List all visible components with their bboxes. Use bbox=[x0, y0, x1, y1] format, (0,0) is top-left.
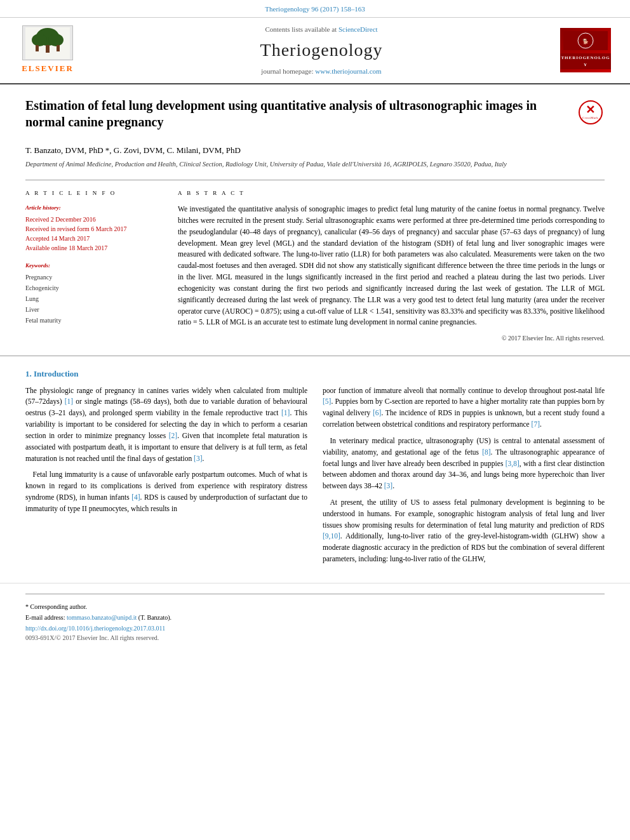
abstract-body: We investigated the quantitative analysi… bbox=[178, 204, 605, 328]
crossmark-label: CrossMark bbox=[582, 116, 598, 121]
body-para-2: Fetal lung immaturity is a cause of unfa… bbox=[25, 469, 307, 514]
revised-date: Received in revised form 6 March 2017 bbox=[25, 224, 165, 234]
footer-copyright: 0093-691X/© 2017 Elsevier Inc. All right… bbox=[25, 633, 605, 643]
body-right-col: poor function of immature alveoli that n… bbox=[323, 385, 605, 570]
online-date: Available online 18 March 2017 bbox=[25, 243, 165, 253]
ref-3-8[interactable]: [3,8] bbox=[506, 460, 519, 467]
body-para-3: poor function of immature alveoli that n… bbox=[323, 385, 605, 430]
ref-2[interactable]: [2] bbox=[169, 432, 177, 439]
author-email-link[interactable]: tommaso.banzato@unipd.it bbox=[67, 614, 137, 621]
contents-line: Contents lists available at ScienceDirec… bbox=[89, 24, 554, 35]
authors-text: T. Banzato, DVM, PhD *, G. Zovi, DVM, C.… bbox=[25, 145, 241, 155]
svg-text:🐕: 🐕 bbox=[582, 38, 589, 44]
homepage-link[interactable]: www.theriojournal.com bbox=[315, 67, 381, 75]
keyword-lung: Lung bbox=[25, 293, 165, 304]
journal-citation-bar: Theriogenology 96 (2017) 158–163 bbox=[0, 0, 630, 18]
abstract-copyright: © 2017 Elsevier Inc. All rights reserved… bbox=[178, 333, 605, 343]
keywords-block: Keywords: Pregnancy Echogenicity Lung Li… bbox=[25, 262, 165, 326]
email-line: E-mail address: tommaso.banzato@unipd.it… bbox=[25, 613, 605, 622]
authors-line: T. Banzato, DVM, PhD *, G. Zovi, DVM, C.… bbox=[25, 144, 605, 157]
section1-title: 1. Introduction bbox=[25, 368, 605, 380]
elsevier-logo-area: ELSEVIER bbox=[13, 25, 83, 75]
body-para-5: At present, the utility of US to assess … bbox=[323, 497, 605, 565]
abstract-paragraph: We investigated the quantitative analysi… bbox=[178, 204, 605, 328]
crossmark-cross-icon: ✕ bbox=[586, 104, 595, 116]
ref-5[interactable]: [5] bbox=[323, 397, 331, 405]
ref-6[interactable]: [6] bbox=[373, 409, 381, 417]
crossmark-area: ✕ CrossMark bbox=[576, 97, 605, 124]
affiliation: Department of Animal Medicine, Productio… bbox=[25, 160, 605, 170]
elsevier-wordmark: ELSEVIER bbox=[22, 62, 74, 75]
theriogenology-logo-text: THERIOGENOLOGY bbox=[560, 53, 611, 69]
keyword-liver: Liver bbox=[25, 304, 165, 315]
svg-point-2 bbox=[32, 34, 47, 46]
ref-4[interactable]: [4] bbox=[131, 493, 140, 501]
article-footer: * Corresponding author. E-mail address: … bbox=[0, 583, 630, 648]
journal-citation: Theriogenology 96 (2017) 158–163 bbox=[265, 5, 365, 13]
article-info-column: A R T I C L E I N F O Article history: R… bbox=[25, 189, 165, 343]
svg-rect-5 bbox=[36, 45, 39, 51]
sciencedirect-link[interactable]: ScienceDirect bbox=[338, 25, 378, 33]
body-para-1: The physiologic range of pregnancy in ca… bbox=[25, 385, 307, 465]
doi-link: http://dx.doi.org/10.1016/j.theriogenolo… bbox=[25, 623, 605, 633]
keywords-label: Keywords: bbox=[25, 262, 165, 270]
body-section: 1. Introduction The physiologic range of… bbox=[0, 356, 630, 583]
footer-divider bbox=[25, 594, 605, 594]
keyword-fetal-maturity: Fetal maturity bbox=[25, 315, 165, 326]
svg-point-3 bbox=[48, 34, 64, 46]
accepted-date: Accepted 14 March 2017 bbox=[25, 234, 165, 243]
article-title: Estimation of fetal lung development usi… bbox=[25, 97, 576, 130]
journal-header: ELSEVIER Contents lists available at Sci… bbox=[0, 18, 630, 84]
article-history-block: Article history: Received 2 December 201… bbox=[25, 204, 165, 253]
journal-title: Theriogenology bbox=[89, 37, 554, 63]
keyword-echogenicity: Echogenicity bbox=[25, 283, 165, 293]
ref-8[interactable]: [8] bbox=[482, 448, 490, 456]
title-text-area: Estimation of fetal lung development usi… bbox=[25, 97, 576, 130]
abstract-header: A B S T R A C T bbox=[178, 189, 605, 198]
ref-7[interactable]: [7] bbox=[532, 420, 540, 428]
body-para-4: In veterinary medical practice, ultrason… bbox=[323, 436, 605, 492]
abstract-column: A B S T R A C T We investigated the quan… bbox=[178, 189, 605, 343]
article-title-section: Estimation of fetal lung development usi… bbox=[25, 97, 605, 137]
svg-rect-6 bbox=[57, 45, 60, 51]
body-right-text: poor function of immature alveoli that n… bbox=[323, 385, 605, 565]
homepage-line: journal homepage: www.theriojournal.com bbox=[89, 66, 554, 77]
body-left-text: The physiologic range of pregnancy in ca… bbox=[25, 385, 307, 515]
article-main: Estimation of fetal lung development usi… bbox=[0, 84, 630, 356]
doi-url[interactable]: http://dx.doi.org/10.1016/j.theriogenolo… bbox=[25, 625, 165, 632]
corresponding-author-note: * Corresponding author. bbox=[25, 602, 605, 611]
ref-9-10[interactable]: [9,10] bbox=[323, 532, 340, 540]
journal-center-info: Contents lists available at ScienceDirec… bbox=[89, 24, 554, 77]
received-date: Received 2 December 2016 bbox=[25, 215, 165, 224]
ref-3[interactable]: [3] bbox=[194, 455, 202, 462]
ref-1b[interactable]: [1] bbox=[281, 409, 290, 417]
keyword-pregnancy: Pregnancy bbox=[25, 272, 165, 283]
svg-rect-4 bbox=[46, 45, 50, 53]
elsevier-logo: ELSEVIER bbox=[13, 25, 83, 75]
theriogenology-logo-area: 🐕 THERIOGENOLOGY bbox=[560, 28, 617, 72]
elsevier-tree-image bbox=[22, 25, 73, 60]
ref-1[interactable]: [1] bbox=[65, 397, 73, 405]
crossmark-badge[interactable]: ✕ CrossMark bbox=[579, 100, 603, 124]
article-info-header: A R T I C L E I N F O bbox=[25, 189, 165, 198]
theriogenology-brand-logo: 🐕 THERIOGENOLOGY bbox=[560, 28, 611, 72]
body-left-col: The physiologic range of pregnancy in ca… bbox=[25, 385, 307, 570]
article-info-abstract-row: A R T I C L E I N F O Article history: R… bbox=[25, 180, 605, 343]
history-label: Article history: bbox=[25, 204, 165, 213]
ref-3b[interactable]: [3] bbox=[384, 482, 392, 490]
body-two-col: The physiologic range of pregnancy in ca… bbox=[25, 385, 605, 570]
